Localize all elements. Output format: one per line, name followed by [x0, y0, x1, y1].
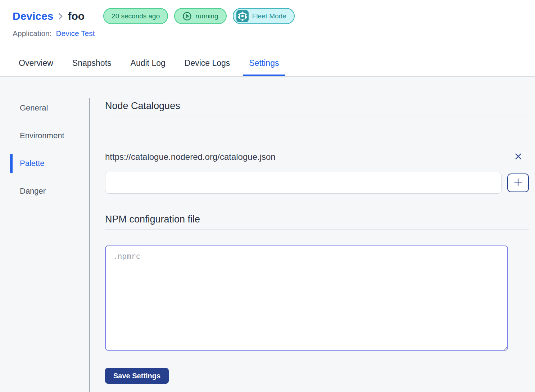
npm-config-textarea[interactable]: [105, 245, 508, 351]
tab-device-logs[interactable]: Device Logs: [178, 53, 236, 76]
device-badges: 20 seconds ago running: [103, 8, 295, 24]
settings-content: General Environment Palette Danger Node …: [0, 77, 535, 392]
last-seen-badge: 20 seconds ago: [103, 8, 168, 24]
sidebar-item-palette[interactable]: Palette: [10, 154, 89, 173]
application-label: Application:: [13, 29, 52, 37]
chip-icon: [236, 10, 249, 22]
application-line: Application: Device Test: [0, 28, 535, 39]
new-catalogue-input[interactable]: [105, 172, 502, 194]
page-header: Devices foo 20 seconds ago running: [0, 0, 535, 77]
save-settings-button[interactable]: Save Settings: [105, 368, 169, 384]
status-badge: running: [174, 8, 226, 24]
node-catalogues-title: Node Catalogues: [105, 100, 529, 117]
tab-audit-log[interactable]: Audit Log: [124, 53, 172, 76]
sidebar-item-environment[interactable]: Environment: [10, 126, 89, 145]
status-badge-label: running: [195, 12, 218, 20]
tab-snapshots[interactable]: Snapshots: [66, 53, 118, 76]
settings-sidebar: General Environment Palette Danger: [0, 98, 90, 392]
tab-bar: Overview Snapshots Audit Log Device Logs…: [0, 53, 535, 76]
add-catalogue-button[interactable]: [507, 174, 529, 192]
palette-settings-panel: Node Catalogues https://catalogue.nodere…: [90, 98, 535, 392]
plus-icon: [513, 177, 523, 188]
breadcrumb-devices-link[interactable]: Devices: [13, 8, 53, 24]
catalogue-url: https://catalogue.nodered.org/catalogue.…: [105, 152, 502, 162]
remove-catalogue-button[interactable]: [507, 152, 529, 162]
tab-settings[interactable]: Settings: [243, 53, 285, 76]
application-link[interactable]: Device Test: [56, 29, 95, 37]
play-circle-icon: [182, 12, 192, 21]
tab-overview[interactable]: Overview: [13, 53, 59, 76]
fleet-mode-badge-label: Fleet Mode: [252, 12, 286, 20]
npm-config-title: NPM configuration file: [105, 213, 529, 230]
catalogue-entry-row: https://catalogue.nodered.org/catalogue.…: [105, 152, 529, 162]
breadcrumb-current-device: foo: [68, 8, 85, 24]
chevron-right-icon: [56, 11, 64, 22]
add-catalogue-row: [105, 172, 529, 194]
close-icon: [514, 152, 523, 162]
sidebar-item-general[interactable]: General: [10, 98, 89, 118]
breadcrumb: Devices foo: [13, 8, 85, 24]
fleet-mode-badge: Fleet Mode: [233, 8, 295, 24]
last-seen-badge-label: 20 seconds ago: [112, 12, 160, 20]
sidebar-item-danger[interactable]: Danger: [10, 181, 89, 201]
